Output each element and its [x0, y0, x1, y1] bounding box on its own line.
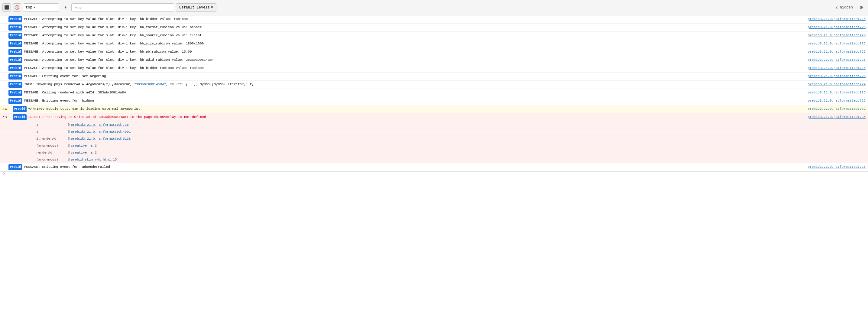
prebid-badge: Prebid — [8, 164, 22, 170]
levels-selector[interactable]: Default levels ▼ — [176, 3, 216, 12]
log-source[interactable]: prebid3.21.0.js:formatted:726 — [808, 57, 866, 63]
stack-caller: J — [36, 129, 66, 134]
stop-button[interactable]: ⬛ — [2, 3, 11, 12]
error-icon: ✖ — [2, 115, 5, 119]
context-value: top — [26, 5, 32, 10]
stack-link[interactable]: creative.js:3 — [71, 143, 97, 149]
log-source[interactable]: prebid3.21.0.js:formatted:726 — [808, 164, 866, 169]
stack-caller: S.renderAd — [36, 136, 66, 142]
eye-button[interactable]: 👁 — [61, 3, 69, 12]
stack-trace-row: J @ prebid3.21.0.js:formatted:4991 — [0, 128, 868, 135]
log-source[interactable]: prebid3.21.0.js:formatted:726 — [808, 16, 866, 22]
stack-at: @ — [68, 129, 70, 134]
prebid-badge: Prebid — [8, 49, 22, 55]
levels-arrow: ▼ — [211, 5, 213, 10]
levels-label: Default levels — [179, 5, 210, 10]
prebid-badge: Prebid — [8, 73, 22, 80]
prebid-badge: Prebid — [8, 98, 22, 104]
console-prompt-row[interactable]: > — [0, 171, 868, 175]
log-message: MESSAGE: Attempting to set key value for… — [24, 41, 804, 46]
collapse-arrow[interactable]: ▼ — [5, 115, 7, 120]
stack-at: @ — [68, 122, 70, 128]
log-row: Prebid MESSAGE: Calling renderAd with ad… — [0, 89, 868, 97]
prompt-icon: > — [3, 171, 5, 176]
log-source[interactable]: prebid3.21.0.js:formatted:726 — [808, 90, 866, 95]
log-row: Prebid MESSAGE: Attempting to set key va… — [0, 48, 868, 56]
prebid-badge: Prebid — [8, 57, 22, 63]
log-message-error: ERROR: Error trying to write ad Id :383a… — [28, 114, 804, 120]
devtools-console: ⬛ 🚫 top ▼ 👁 Default levels ▼ 2 hidden ⚙ … — [0, 0, 868, 312]
prebid-badge: Prebid — [8, 82, 22, 88]
log-source[interactable]: prebid3.21.0.js:formatted:726 — [808, 73, 866, 79]
log-row: Prebid MESSAGE: Attempting to set key va… — [0, 24, 868, 32]
log-row: Prebid MESSAGE: Attempting to set key va… — [0, 40, 868, 48]
stack-link[interactable]: prebid3.21.0.js:formatted:735 — [71, 122, 129, 128]
log-source[interactable]: prebid3.21.0.js:formatted:726 — [808, 98, 866, 103]
settings-icon: ⚙ — [860, 4, 863, 10]
clear-icon: 🚫 — [14, 5, 19, 10]
log-row: Prebid MESSAGE: Attempting to set key va… — [0, 56, 868, 64]
log-message: MESSAGE: Calling renderAd with adId :383… — [24, 90, 804, 95]
console-log-area: Prebid MESSAGE: Attempting to set key va… — [0, 15, 868, 312]
log-row: Prebid MESSAGE: Attempting to set key va… — [0, 32, 868, 40]
log-message: INFO: Invoking pbjs.renderAd ▶ Arguments… — [24, 82, 804, 87]
log-message: MESSAGE: Emitting event for: adRenderFai… — [24, 164, 804, 169]
prebid-badge: Prebid — [8, 90, 22, 96]
log-row: Prebid MESSAGE: Emitting event for: bidW… — [0, 97, 868, 105]
log-message: MESSAGE: Attempting to set key value for… — [24, 49, 804, 55]
prebid-badge: Prebid — [13, 106, 27, 112]
log-row-warning: ⚠ ▶ Prebid WARNING: module outstream is … — [0, 105, 868, 113]
context-arrow: ▼ — [34, 6, 35, 9]
clear-button[interactable]: 🚫 — [13, 3, 21, 12]
stack-caller: (anonymous) — [36, 143, 66, 149]
stack-trace-row: renderAd @ creative.js:3 — [0, 149, 868, 156]
prebid-badge: Prebid — [8, 41, 22, 47]
eye-icon: 👁 — [64, 6, 67, 10]
log-source[interactable]: prebid3.21.0.js:formatted:726 — [808, 25, 866, 30]
stack-link[interactable]: prebid-skin-v4x.html:15 — [71, 157, 117, 162]
log-message: WARNING: module outstream is loading ext… — [28, 106, 804, 112]
hidden-count: 2 hidden — [835, 5, 853, 10]
prebid-badge: Prebid — [8, 25, 22, 31]
settings-button[interactable]: ⚙ — [857, 3, 866, 12]
context-selector[interactable]: top ▼ — [23, 3, 59, 12]
prebid-badge: Prebid — [8, 33, 22, 39]
log-message: MESSAGE: Attempting to set key value for… — [24, 16, 804, 22]
stack-link[interactable]: prebid3.21.0.js:formatted:5138 — [71, 136, 131, 142]
log-row: Prebid MESSAGE: Emitting event for: adRe… — [0, 163, 868, 171]
prebid-badge: Prebid — [8, 16, 22, 22]
console-toolbar: ⬛ 🚫 top ▼ 👁 Default levels ▼ 2 hidden ⚙ — [0, 0, 868, 15]
log-source[interactable]: prebid3.21.0.js:formatted:726 — [808, 41, 866, 46]
prebid-badge: Prebid — [13, 114, 27, 120]
log-source[interactable]: prebid3.21.0.js:formatted:726 — [808, 49, 866, 55]
log-source[interactable]: prebid3.21.0.js:formatted:732 — [808, 106, 866, 112]
log-message: MESSAGE: Attempting to set key value for… — [24, 25, 804, 30]
log-message: MESSAGE: Emitting event for: setTargetin… — [24, 73, 804, 79]
log-source[interactable]: prebid3.21.0.js:formatted:726 — [808, 33, 866, 38]
log-source[interactable]: prebid3.21.0.js:formatted:729 — [808, 82, 866, 87]
log-source[interactable]: prebid3.21.0.js:formatted:735 — [808, 114, 866, 120]
filter-input[interactable] — [71, 3, 174, 12]
log-row: Prebid INFO: Invoking pbjs.renderAd ▶ Ar… — [0, 81, 868, 89]
warning-icon: ⚠ — [2, 107, 5, 111]
stack-trace-row: S.renderAd @ prebid3.21.0.js:formatted:5… — [0, 135, 868, 143]
stack-trace-row: (anonymous) @ creative.js:3 — [0, 143, 868, 149]
log-source[interactable]: prebid3.21.0.js:formatted:726 — [808, 65, 866, 71]
stack-link[interactable]: creative.js:3 — [71, 150, 97, 155]
stack-at: @ — [68, 143, 70, 149]
stack-trace-row: J @ prebid3.21.0.js:formatted:735 — [0, 122, 868, 128]
stack-link[interactable]: prebid3.21.0.js:formatted:4991 — [71, 129, 131, 134]
stack-at: @ — [68, 150, 70, 155]
log-row-error: ✖ ▼ Prebid ERROR: Error trying to write … — [0, 113, 868, 122]
stack-at: @ — [68, 157, 70, 162]
stop-icon: ⬛ — [4, 5, 9, 10]
stack-caller: renderAd — [36, 150, 66, 155]
log-row: Prebid MESSAGE: Attempting to set key va… — [0, 15, 868, 24]
log-row: Prebid MESSAGE: Emitting event for: setT… — [0, 72, 868, 81]
prebid-badge: Prebid — [8, 65, 22, 71]
log-message: MESSAGE: Emitting event for: bidWon — [24, 98, 804, 103]
stack-caller: J — [36, 122, 66, 128]
expand-arrow[interactable]: ▶ — [5, 107, 7, 112]
log-message: MESSAGE: Attempting to set key value for… — [24, 65, 804, 71]
stack-trace-row: (anonymous) @ prebid-skin-v4x.html:15 — [0, 156, 868, 163]
